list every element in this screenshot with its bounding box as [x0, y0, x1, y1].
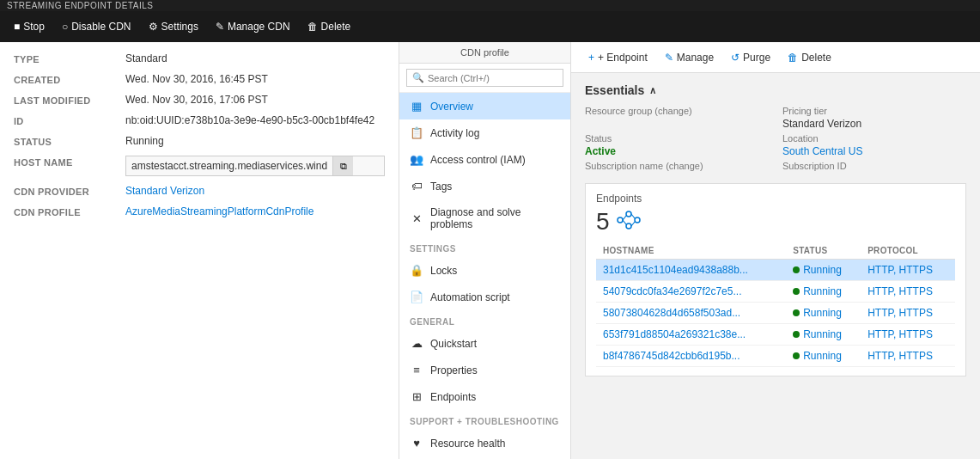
last-modified-value: Wed. Nov 30, 2016, 17:06 PST: [125, 94, 385, 106]
search-input-wrapper: 🔍: [406, 69, 563, 87]
location-label: Location: [782, 133, 966, 144]
nav-item-resource-health[interactable]: ♥ Resource health: [399, 430, 570, 456]
nav-item-label: Activity log: [430, 127, 479, 139]
table-row[interactable]: 58073804628d4d658f503ad...RunningHTTP, H…: [596, 303, 955, 324]
svg-point-3: [635, 217, 640, 223]
endpoints-header: Endpoints: [596, 193, 955, 205]
middle-panel: CDN profile 🔍 ▦ Overview 📋 Activity log …: [399, 42, 571, 459]
nav-item-locks[interactable]: 🔒 Locks: [399, 257, 570, 284]
essentials-title: Essentials ∧: [585, 83, 656, 97]
table-row[interactable]: 653f791d88504a269321c38e...RunningHTTP, …: [596, 324, 955, 346]
table-row[interactable]: 54079cdc0fa34e2697f2c7e5...RunningHTTP, …: [596, 281, 955, 303]
nav-item-activity-log[interactable]: 📋 Activity log: [399, 119, 570, 146]
essentials-header: Essentials ∧: [585, 83, 966, 97]
cell-status: Running: [786, 346, 861, 367]
right-content: Essentials ∧ Resource group (change) Pri…: [571, 73, 980, 387]
hostname-input-wrapper: ⧉: [125, 156, 385, 176]
type-label: TYPE: [14, 52, 125, 64]
cdn-profile-label: CDN PROFILE: [14, 205, 125, 217]
general-section-label: GENERAL: [399, 310, 570, 330]
properties-icon: ≡: [410, 364, 423, 376]
nav-item-access-control[interactable]: 👥 Access control (IAM): [399, 146, 570, 173]
cdn-provider-value[interactable]: Standard Verizon: [125, 185, 385, 197]
nav-item-label: Endpoints: [430, 391, 476, 403]
activity-log-icon: 📋: [410, 126, 423, 139]
nav-item-diagnose[interactable]: ✕ Diagnose and solve problems: [399, 199, 570, 237]
cell-status: Running: [786, 281, 861, 303]
essentials-pricing-tier: Pricing tier Standard Verizon: [782, 106, 966, 130]
cell-status: Running: [786, 324, 861, 346]
col-hostname: HOSTNAME: [596, 242, 786, 260]
cell-status: Running: [786, 303, 861, 324]
nav-item-endpoints[interactable]: ⊞ Endpoints: [399, 383, 570, 410]
chevron-up-icon[interactable]: ∧: [649, 85, 656, 96]
table-row[interactable]: b8f4786745d842cbb6d195b...RunningHTTP, H…: [596, 346, 955, 367]
cell-protocol: HTTP, HTTPS: [861, 324, 955, 346]
svg-line-6: [631, 214, 635, 218]
add-endpoint-button[interactable]: + + Endpoint: [581, 48, 654, 67]
nav-item-label: Resource health: [430, 438, 505, 450]
resource-health-icon: ♥: [410, 437, 423, 450]
search-input[interactable]: [428, 73, 557, 83]
delete-button[interactable]: 🗑 Delete: [301, 11, 358, 42]
status-row: STATUS Running: [14, 135, 385, 147]
svg-line-4: [623, 216, 626, 220]
created-value: Wed. Nov 30, 2016, 16:45 PST: [125, 73, 385, 85]
disable-cdn-button[interactable]: ○ Disable CDN: [55, 11, 138, 42]
cell-hostname: b8f4786745d842cbb6d195b...: [596, 346, 786, 367]
location-value[interactable]: South Central US: [782, 145, 966, 157]
access-control-icon: 👥: [410, 153, 423, 166]
network-icon: [617, 211, 641, 234]
manage-icon: ✎: [665, 52, 673, 64]
section-label: STREAMING ENDPOINT DETAILS: [0, 0, 980, 11]
cell-hostname: 653f791d88504a269321c38e...: [596, 324, 786, 346]
table-row[interactable]: 31d1c415c1104ead9438a88b...RunningHTTP, …: [596, 260, 955, 281]
cdn-profile-value[interactable]: AzureMediaStreamingPlatformCdnProfile: [125, 205, 385, 217]
stop-label: Stop: [23, 21, 45, 33]
settings-button[interactable]: ⚙ Settings: [142, 11, 205, 42]
cell-hostname: 31d1c415c1104ead9438a88b...: [596, 260, 786, 281]
hostname-input[interactable]: [126, 157, 332, 174]
right-delete-button[interactable]: 🗑 Delete: [781, 48, 838, 67]
resource-group-label: Resource group (change): [585, 106, 769, 116]
manage-cdn-button[interactable]: ✎ Manage CDN: [209, 11, 297, 42]
search-icon: 🔍: [412, 72, 424, 83]
copy-hostname-button[interactable]: ⧉: [332, 156, 353, 175]
disable-cdn-icon: ○: [62, 21, 68, 33]
diagnose-icon: ✕: [410, 212, 423, 225]
svg-point-2: [626, 223, 631, 229]
nav-item-label: Automation script: [430, 291, 510, 303]
essentials-location: Location South Central US: [782, 133, 966, 157]
svg-point-0: [618, 217, 623, 223]
essentials-grid: Resource group (change) Pricing tier Sta…: [585, 106, 966, 173]
settings-icon: ⚙: [149, 21, 158, 33]
cdn-profile-row: CDN PROFILE AzureMediaStreamingPlatformC…: [14, 205, 385, 217]
cdn-profile-header: CDN profile: [399, 42, 570, 64]
manage-cdn-icon: ✎: [216, 21, 224, 33]
add-endpoint-icon: +: [588, 52, 594, 64]
stop-button[interactable]: ■ Stop: [7, 11, 52, 42]
essentials-title-text: Essentials: [585, 83, 644, 97]
subscription-name-label: Subscription name (change): [585, 161, 769, 171]
nav-item-automation-script[interactable]: 📄 Automation script: [399, 284, 570, 310]
essentials-status-label: Status: [585, 133, 769, 144]
endpoints-section: Endpoints 5: [585, 183, 966, 376]
id-value: nb:oid:UUID:e738b10a-3e9e-4e90-b5c3-00cb…: [125, 114, 385, 126]
essentials-status-value: Active: [585, 145, 769, 157]
nav-item-overview[interactable]: ▦ Overview: [399, 93, 570, 119]
purge-label: Purge: [743, 52, 770, 64]
nav-item-tags[interactable]: 🏷 Tags: [399, 173, 570, 199]
settings-section-label: SETTINGS: [399, 237, 570, 257]
status-label: STATUS: [14, 135, 125, 147]
disable-cdn-label: Disable CDN: [71, 21, 131, 33]
purge-button[interactable]: ↺ Purge: [724, 48, 777, 67]
last-modified-label: LAST MODIFIED: [14, 94, 125, 106]
nav-item-quickstart[interactable]: ☁ Quickstart: [399, 330, 570, 357]
manage-cdn-label: Manage CDN: [228, 21, 290, 33]
hostname-value: ⧉: [125, 156, 385, 176]
right-delete-label: Delete: [801, 52, 831, 64]
nav-item-label: Tags: [430, 181, 452, 193]
delete-label: Delete: [321, 21, 351, 33]
manage-button[interactable]: ✎ Manage: [658, 48, 721, 67]
nav-item-properties[interactable]: ≡ Properties: [399, 357, 570, 383]
